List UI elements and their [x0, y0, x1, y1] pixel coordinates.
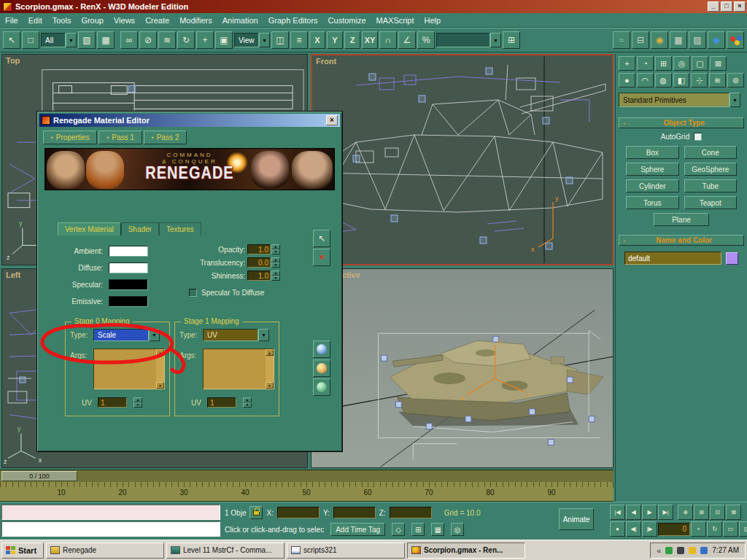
spinner-down-icon[interactable]: ▼ — [243, 402, 252, 408]
spinner-up-icon[interactable]: ▲ — [271, 271, 280, 276]
x-coordinate-field[interactable] — [277, 507, 320, 518]
utilities-tab[interactable]: ⊠ — [710, 56, 727, 71]
object-color-swatch[interactable] — [726, 252, 738, 265]
menu-views[interactable]: Views — [109, 15, 140, 26]
menu-tools[interactable]: Tools — [47, 15, 77, 26]
torus-button[interactable]: Torus — [626, 196, 679, 209]
teapot-button[interactable]: Teapot — [684, 196, 738, 209]
translucency-field[interactable]: 0.0 — [247, 257, 271, 268]
spinner-down-icon[interactable]: ▼ — [133, 402, 142, 408]
args-scrollbar[interactable]: ▲▼ — [266, 349, 274, 389]
box-button[interactable]: Box — [626, 146, 679, 159]
opacity-field[interactable]: 1.0 — [247, 244, 271, 254]
restrict-y-button[interactable]: Y — [327, 31, 343, 49]
subtab-textures[interactable]: Textures — [159, 222, 201, 236]
scroll-down-icon[interactable]: ▼ — [266, 382, 274, 389]
percent-snap-icon[interactable]: % — [417, 31, 435, 49]
menu-customize[interactable]: Customize — [323, 15, 371, 26]
start-button[interactable]: Start — [1, 542, 44, 559]
menu-animation[interactable]: Animation — [217, 15, 263, 26]
move-icon[interactable]: + — [196, 31, 214, 49]
next-key-button[interactable]: |▶ — [642, 521, 657, 537]
key-mode-button[interactable]: ● — [610, 521, 625, 537]
geosphere-button[interactable]: GeoSphere — [684, 163, 738, 176]
tray-chevron[interactable]: « — [657, 546, 661, 555]
region-zoom-icon[interactable]: ▭ — [723, 521, 738, 537]
scale-icon[interactable]: ▣ — [215, 31, 233, 49]
subtab-vertex-material[interactable]: Vertex Material — [58, 222, 121, 236]
quick-render-icon[interactable]: ◆ — [708, 31, 725, 49]
selection-filter-dropdown[interactable]: All ▼ — [41, 33, 77, 47]
systems-category[interactable]: ⊚ — [727, 73, 744, 88]
network-icon[interactable] — [700, 547, 708, 554]
cube-icon[interactable]: ◇ — [392, 523, 405, 536]
stage-0-args-textarea[interactable]: ▲▼ — [93, 349, 165, 389]
snap-grid-icon[interactable]: ▦ — [431, 523, 444, 536]
menu-create[interactable]: Create — [140, 15, 174, 26]
primitive-category-dropdown[interactable]: Standard Primitives ▼ — [619, 93, 740, 107]
shininess-field[interactable]: 1.0 — [247, 271, 271, 281]
time-slider[interactable]: 0 / 100 — [1, 471, 77, 481]
mirror-icon[interactable]: ◫ — [271, 31, 289, 49]
tab-pass-2[interactable]: ▪ Pass 2 — [144, 131, 187, 144]
tab-properties[interactable]: ▪ Properties — [43, 131, 97, 144]
taskbar-task-scripts321[interactable]: scripts321 — [287, 542, 405, 559]
selection-lock-button[interactable] — [249, 506, 263, 519]
taskbar-task-renegade[interactable]: Renegade — [46, 542, 164, 559]
emissive-color-swatch[interactable] — [109, 296, 148, 307]
specular-to-diffuse-checkbox[interactable] — [189, 289, 197, 297]
align-icon[interactable]: ≡ — [290, 31, 308, 49]
name-color-rollout-header[interactable]: - Name and Color — [619, 235, 744, 246]
cone-button[interactable]: Cone — [684, 146, 738, 159]
schematic-view-icon[interactable]: ⊟ — [632, 31, 649, 49]
hierarchy-tab[interactable]: ⊞ — [655, 56, 672, 71]
helpers-category[interactable]: ⊹ — [691, 73, 708, 88]
spinner-up-icon[interactable]: ▲ — [271, 257, 280, 262]
diffuse-color-swatch[interactable] — [109, 262, 148, 273]
go-to-end-button[interactable]: ▶| — [658, 505, 673, 520]
taskbar-task-level11[interactable]: Level 11 MstrCf - Comma... — [166, 542, 285, 559]
viewport-front[interactable]: Front — [311, 54, 614, 265]
material-ball-green-button[interactable] — [313, 378, 330, 396]
chevron-down-icon[interactable]: ▼ — [258, 329, 269, 341]
spinner-up-icon[interactable]: ▲ — [133, 397, 142, 402]
scheduler-icon[interactable] — [689, 547, 696, 554]
display-tab[interactable]: ▢ — [692, 56, 708, 71]
scroll-up-icon[interactable]: ▲ — [156, 349, 164, 356]
zoom-icon[interactable]: ⊕ — [678, 505, 693, 520]
zoom-all-icon[interactable]: ⊞ — [694, 505, 709, 520]
spinner-down-icon[interactable]: ▼ — [271, 249, 280, 254]
play-button[interactable]: ▶ — [642, 505, 657, 520]
minimize-button[interactable]: _ — [708, 1, 719, 12]
render-scene-icon[interactable]: ▩ — [670, 31, 687, 49]
select-arrow-icon[interactable]: ↖ — [3, 31, 20, 49]
select-by-name-icon[interactable]: ▦ — [97, 31, 115, 49]
bind-spacewarp-icon[interactable]: ≋ — [158, 31, 176, 49]
menu-file[interactable]: File — [0, 15, 23, 26]
window-titlebar[interactable]: Scorpion.gmax - RenX - W3D Modeler Editi… — [0, 0, 747, 13]
scroll-up-icon[interactable]: ▲ — [266, 349, 274, 356]
time-slider-track[interactable]: 0 / 100 — [0, 470, 614, 482]
geometry-category[interactable]: ● — [619, 73, 635, 88]
chevron-down-icon[interactable]: ▼ — [149, 329, 160, 341]
chevron-down-icon[interactable]: ▼ — [729, 93, 740, 107]
material-editor-icon[interactable]: ◉ — [651, 31, 668, 49]
selection-region-icon[interactable]: □ — [22, 31, 39, 49]
material-ball-gold-button[interactable] — [313, 359, 330, 377]
array-icon[interactable]: ⊞ — [503, 31, 520, 49]
named-selection-dropdown[interactable]: ▼ — [436, 33, 501, 47]
menu-help[interactable]: Help — [419, 15, 446, 26]
lights-category[interactable]: ◍ — [655, 73, 672, 88]
previous-key-button[interactable]: ◀| — [626, 521, 641, 537]
close-button[interactable]: × — [734, 1, 746, 12]
curve-editor-icon[interactable]: ≈ — [613, 31, 630, 49]
object-type-rollout-header[interactable]: - Object Type — [619, 117, 744, 128]
spinner-up-icon[interactable]: ▲ — [271, 244, 280, 249]
menu-modifiers[interactable]: Modifiers — [174, 15, 217, 26]
modify-tab[interactable]: ◔ — [637, 56, 654, 71]
cameras-category[interactable]: ◧ — [673, 73, 690, 88]
menu-maxscript[interactable]: MAXScript — [371, 15, 419, 26]
shapes-category[interactable]: ◠ — [637, 73, 654, 88]
stage-1-args-textarea[interactable]: ▲▼ — [203, 349, 274, 389]
listener-line[interactable] — [1, 521, 220, 537]
